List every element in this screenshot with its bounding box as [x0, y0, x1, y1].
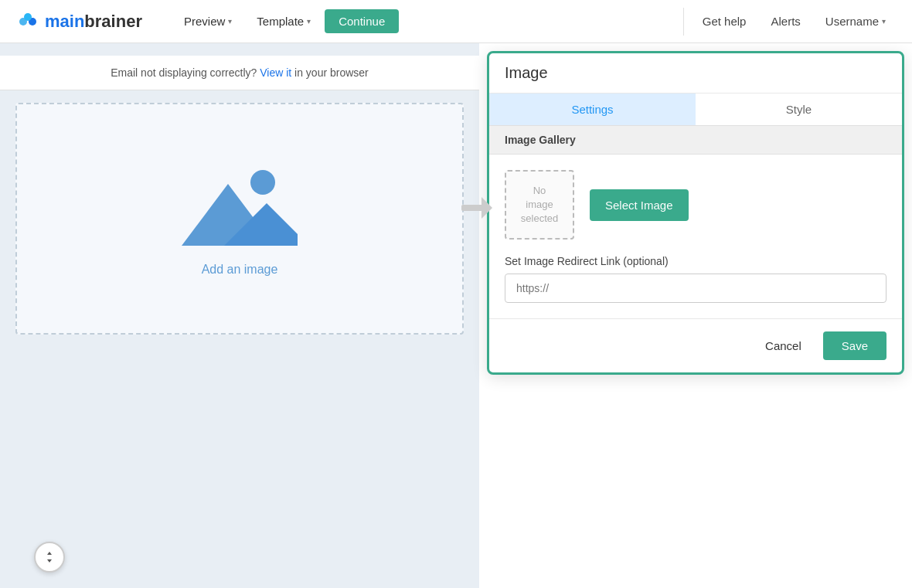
preview-chevron: ▾	[228, 17, 232, 25]
panel-arrow-icon	[461, 194, 492, 222]
continue-button[interactable]: Continue	[325, 9, 399, 33]
panel-tabs: Settings Style	[489, 93, 902, 126]
canvas-area: Email not displaying correctly? View it …	[0, 43, 479, 588]
select-image-button[interactable]: Select Image	[590, 189, 689, 221]
cancel-button[interactable]: Cancel	[753, 333, 814, 359]
image-placeholder: Add an image	[182, 161, 298, 277]
scroll-arrows-icon	[43, 550, 56, 564]
panel-body: Image Gallery No image selected Select I…	[489, 126, 902, 318]
get-help-nav[interactable]: Get help	[692, 10, 757, 32]
panel-arrow-container	[461, 194, 492, 225]
logo[interactable]: mainbrainer	[15, 9, 142, 34]
right-panel: Image Settings Style Image Gallery	[479, 43, 912, 588]
tab-settings[interactable]: Settings	[489, 93, 696, 125]
svg-point-2	[24, 13, 32, 21]
email-canvas: Add an image	[15, 103, 464, 335]
panel-container: Image Settings Style Image Gallery	[487, 51, 904, 375]
redirect-label: Set Image Redirect Link (optional)	[505, 255, 886, 267]
nav-links: Preview ▾ Template ▾ Continue	[173, 9, 675, 33]
svg-point-3	[250, 170, 275, 195]
panel-title: Image	[505, 64, 886, 82]
email-bar: Email not displaying correctly? View it …	[0, 56, 479, 90]
image-select-row: No image selected Select Image	[505, 170, 886, 240]
svg-marker-7	[482, 197, 492, 219]
preview-nav[interactable]: Preview ▾	[173, 10, 243, 32]
redirect-input[interactable]	[505, 274, 886, 303]
view-it-link[interactable]: View it	[260, 66, 291, 79]
template-nav[interactable]: Template ▾	[246, 10, 322, 32]
panel-footer: Cancel Save	[489, 318, 902, 372]
svg-rect-6	[461, 205, 483, 211]
nav-right: Get help Alerts Username ▾	[692, 10, 897, 32]
scroll-control[interactable]	[34, 542, 65, 573]
logo-icon	[15, 9, 40, 34]
nav-divider	[683, 8, 684, 36]
template-chevron: ▾	[307, 17, 311, 25]
navbar: mainbrainer Preview ▾ Template ▾ Continu…	[0, 0, 912, 43]
tab-style[interactable]: Style	[696, 93, 902, 125]
alerts-nav[interactable]: Alerts	[760, 10, 811, 32]
section-header: Image Gallery	[489, 126, 902, 155]
no-image-box: No image selected	[505, 170, 574, 240]
section-content: No image selected Select Image Set Image…	[489, 155, 902, 318]
add-image-link[interactable]: Add an image	[202, 263, 278, 277]
content-area: Email not displaying correctly? View it …	[0, 43, 912, 588]
panel-header: Image	[489, 53, 902, 93]
username-chevron: ▾	[882, 17, 886, 25]
save-button[interactable]: Save	[823, 331, 886, 360]
username-nav[interactable]: Username ▾	[815, 10, 897, 32]
mountain-illustration	[182, 161, 298, 253]
